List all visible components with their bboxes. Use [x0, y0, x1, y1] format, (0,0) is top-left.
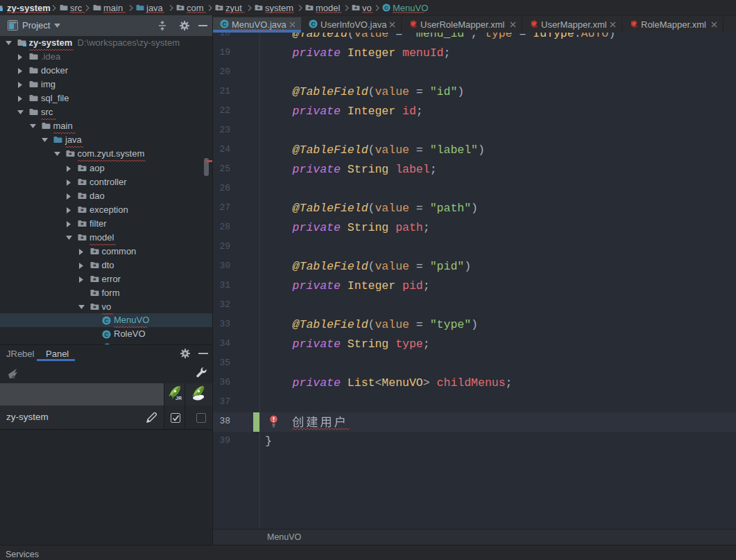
svg-text:C: C — [384, 5, 388, 11]
svg-text:JR: JR — [176, 396, 182, 401]
svg-text:C: C — [222, 21, 226, 28]
svg-text:C: C — [311, 21, 315, 28]
svg-text:C: C — [104, 317, 108, 324]
svg-text:C: C — [104, 331, 108, 338]
